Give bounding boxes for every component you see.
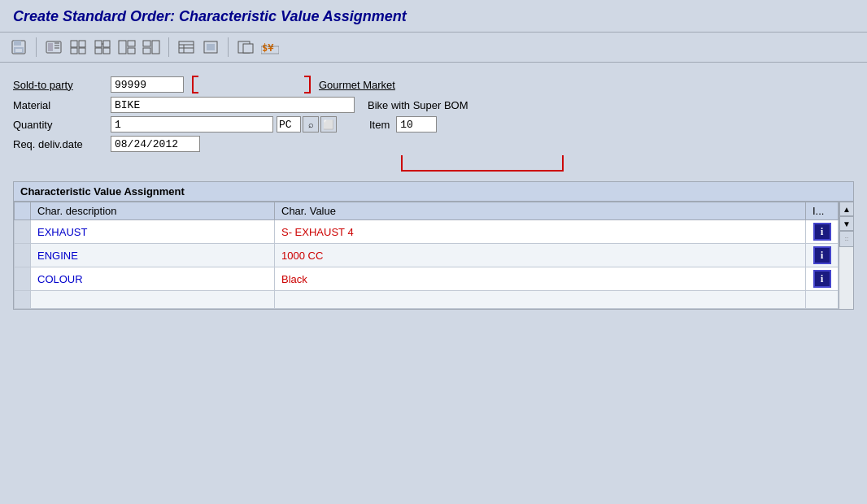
toolbar-btn-3[interactable] [92, 37, 113, 58]
table-row: ENGINE 1000 CC i [15, 244, 839, 267]
svg-rect-11 [71, 48, 77, 54]
table-row-empty [15, 291, 839, 309]
scroll-track: :: [839, 231, 853, 309]
info-btn-colour[interactable]: i [813, 270, 831, 288]
svg-rect-10 [79, 41, 85, 47]
svg-rect-21 [143, 41, 150, 46]
svg-rect-9 [71, 41, 77, 47]
char-val-engine: 1000 CC [275, 244, 806, 267]
sold-to-party-row: Sold-to party Gourmet Market [13, 76, 854, 93]
separator-2 [168, 37, 169, 57]
selector-col-header [15, 202, 31, 220]
separator-3 [228, 37, 229, 57]
svg-rect-14 [103, 41, 110, 47]
red-bracket-left [192, 76, 198, 93]
toolbar-btn-8[interactable] [235, 37, 256, 58]
char-section: Characteristic Value Assignment Char. de… [13, 181, 854, 310]
req-deliv-input[interactable] [111, 136, 200, 152]
red-bracket-bottom [401, 155, 564, 172]
quantity-input[interactable] [111, 116, 273, 133]
red-bracket-right [304, 76, 311, 93]
svg-text:$¥: $¥ [262, 42, 274, 54]
table-row: EXHAUST S- EXHAUST 4 i [15, 220, 839, 244]
char-table: Char. description Char. Value I... EXHAU… [14, 202, 839, 309]
unit-search-btn[interactable]: ⌕ [303, 116, 319, 133]
info-btn-exhaust[interactable]: i [813, 223, 831, 241]
table-content: Char. description Char. Value I... EXHAU… [14, 202, 839, 309]
svg-rect-16 [103, 48, 110, 54]
req-deliv-label: Req. deliv.date [13, 138, 111, 150]
row-selector-4[interactable] [15, 291, 31, 309]
info-btn-colour-cell: i [806, 267, 839, 291]
svg-rect-23 [152, 41, 159, 54]
svg-rect-3 [15, 49, 22, 52]
info-btn-exhaust-cell: i [806, 220, 839, 244]
info-empty [806, 291, 839, 309]
char-val-exhaust: S- EXHAUST 4 [275, 220, 806, 244]
page-title: Create Standard Order: Characteristic Va… [13, 8, 854, 25]
material-desc: Bike with Super BOM [368, 99, 468, 111]
svg-rect-13 [95, 41, 102, 47]
content-area: Sold-to party Gourmet Market Material Bi… [0, 63, 867, 323]
row-selector-2[interactable] [15, 244, 31, 267]
separator-1 [36, 37, 37, 57]
gourmet-market-label: Gourmet Market [319, 79, 395, 91]
svg-rect-22 [143, 48, 150, 54]
item-area: Item [369, 116, 437, 133]
svg-rect-12 [79, 48, 85, 54]
quantity-row: Quantity ⌕ ⬜ Item [13, 116, 854, 133]
red-bracket-bottom-container [111, 155, 854, 172]
row-selector-3[interactable] [15, 267, 31, 291]
material-row: Material Bike with Super BOM [13, 97, 854, 113]
svg-rect-1 [14, 41, 21, 46]
char-desc-exhaust: EXHAUST [31, 220, 275, 244]
svg-rect-19 [128, 41, 135, 46]
unit-copy-btn[interactable]: ⬜ [320, 116, 337, 133]
grip-dots-icon: :: [845, 236, 848, 242]
svg-rect-31 [243, 44, 253, 53]
info-btn-engine[interactable]: i [813, 246, 831, 264]
table-header-row: Char. description Char. Value I... [15, 202, 839, 220]
svg-rect-18 [119, 41, 126, 54]
char-desc-engine: ENGINE [31, 244, 275, 267]
scrollbar: ▲ ▼ :: [839, 202, 853, 309]
toolbar-btn-9[interactable]: $¥ [259, 37, 281, 58]
toolbar-btn-1[interactable] [43, 37, 64, 58]
title-bar: Create Standard Order: Characteristic Va… [0, 0, 867, 33]
svg-rect-29 [207, 44, 215, 50]
char-desc-colour: COLOUR [31, 267, 275, 291]
info-btn-engine-cell: i [806, 244, 839, 267]
char-val-colour: Black [275, 267, 806, 291]
row-selector-1[interactable] [15, 220, 31, 244]
scroll-grip[interactable]: :: [839, 231, 854, 247]
item-input[interactable] [396, 116, 437, 133]
toolbar-btn-5[interactable] [141, 37, 162, 58]
unit-input[interactable] [277, 116, 301, 133]
toolbar-btn-4[interactable] [116, 37, 137, 58]
quantity-label: Quantity [13, 119, 111, 131]
red-bracket-inner-top [198, 76, 304, 93]
form-area: Sold-to party Gourmet Market Material Bi… [13, 76, 854, 172]
char-val-col-header: Char. Value [275, 202, 806, 220]
req-deliv-row: Req. deliv.date [13, 136, 854, 152]
char-desc-empty [31, 291, 275, 309]
toolbar-btn-7[interactable] [200, 37, 221, 58]
table-wrapper: Char. description Char. Value I... EXHAU… [14, 202, 853, 309]
scroll-down-btn[interactable]: ▼ [839, 216, 854, 231]
material-input[interactable] [111, 97, 355, 113]
sold-to-party-input[interactable] [111, 76, 184, 93]
toolbar: $¥ [0, 33, 867, 63]
svg-rect-5 [48, 43, 53, 51]
unit-area: ⌕ ⬜ [277, 116, 337, 133]
svg-rect-15 [95, 48, 102, 54]
svg-rect-20 [128, 48, 135, 54]
info-col-header: I... [806, 202, 839, 220]
item-label: Item [369, 119, 390, 131]
save-button[interactable] [8, 37, 29, 58]
toolbar-btn-6[interactable] [176, 37, 197, 58]
sold-to-party-label: Sold-to party [13, 79, 111, 91]
char-section-header: Characteristic Value Assignment [14, 182, 853, 202]
material-label: Material [13, 99, 111, 111]
scroll-up-btn[interactable]: ▲ [839, 202, 854, 216]
toolbar-btn-2[interactable] [68, 37, 89, 58]
